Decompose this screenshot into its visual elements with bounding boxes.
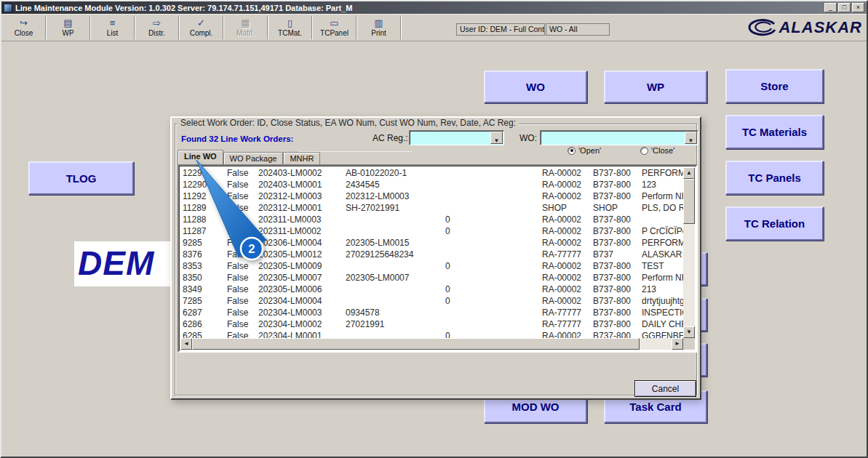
cell-reg: RA-77777 xyxy=(542,307,581,318)
cell-reg: RA-00002 xyxy=(542,260,581,272)
cell-desc: DAILY CHECK+WEEK xyxy=(642,318,683,330)
cell-cust: 202305-LM0015 xyxy=(346,237,409,249)
client-area: WO WP Store TC Materials TLOG TC Panels … xyxy=(1,41,867,457)
cell-id: 8350 xyxy=(183,272,202,284)
radio-close[interactable]: 'Close' xyxy=(640,146,674,155)
tab-mnhr[interactable]: MNHR xyxy=(283,152,320,164)
toolbar-separator xyxy=(134,16,135,39)
cell-reg: RA-00002 xyxy=(542,167,581,179)
toolbar-tcmat-button[interactable]: ▯ TCMat. xyxy=(269,15,311,40)
vertical-scroll-thumb[interactable] xyxy=(683,179,695,224)
cell-id: 8349 xyxy=(183,284,202,295)
toolbar-print-button[interactable]: ▥ Print xyxy=(358,15,399,40)
cell-id: 6286 xyxy=(183,318,202,330)
radio-close-label: 'Close' xyxy=(651,146,674,155)
cell-type: B737-800 xyxy=(593,330,631,338)
toolbar-distr-button[interactable]: ⇨ Distr. xyxy=(136,15,178,40)
cell-close: False xyxy=(227,318,248,330)
cell-reg: RA-00002 xyxy=(542,295,581,307)
table-row[interactable]: 7285False202304-LM00040RA-00002B737-800d… xyxy=(180,295,683,307)
toolbar-separator xyxy=(267,16,268,39)
cell-wo: 202304-LM0001 xyxy=(258,330,322,338)
vertical-scrollbar[interactable]: ▲ ▼ xyxy=(683,167,695,338)
table-row[interactable]: 8350False202305-LM0007202305-LM0007RA-00… xyxy=(180,272,683,284)
toolbar-separator xyxy=(400,16,402,39)
table-row[interactable]: 6287False202304-LM00030934578RA-77777B73… xyxy=(180,307,683,318)
cell-reg: SHOP xyxy=(542,202,567,214)
watermark-box: DEM xyxy=(74,241,171,286)
wo-combo[interactable]: ▼ xyxy=(540,130,698,145)
work-package-icon: ▤ xyxy=(63,18,72,28)
wo-dropdown-button[interactable]: ▼ xyxy=(685,132,697,144)
toolbar-separator xyxy=(89,16,91,39)
cell-cust: 27029125648234 xyxy=(346,249,413,260)
minimize-button[interactable]: _ xyxy=(824,3,837,12)
cell-desc: PLS, DO REP COMP xyxy=(642,202,683,214)
scroll-left-icon[interactable]: ◄ xyxy=(180,338,192,350)
wo-label: WO: xyxy=(519,133,537,143)
cell-cust: 2434545 xyxy=(346,179,380,190)
toolbar-separator xyxy=(223,16,224,39)
cell-close: False xyxy=(227,284,248,295)
window-title: Line Maintenance Module Version: 1.0.302… xyxy=(15,4,824,12)
cell-type: B737-800 xyxy=(593,179,631,190)
cancel-button[interactable]: Cancel xyxy=(634,380,696,397)
wp-button[interactable]: WP xyxy=(604,71,707,103)
toolbar-separator xyxy=(356,16,357,39)
cell-cust: 202305-LM0007 xyxy=(346,272,409,284)
ac-reg-dropdown-button[interactable]: ▼ xyxy=(490,132,503,144)
cell-type: B737-800 xyxy=(593,214,631,225)
maximize-button[interactable]: □ xyxy=(838,3,851,12)
logo-swirl-icon xyxy=(746,17,777,38)
toolbar-tcpanel-label: TCPanel xyxy=(320,29,349,37)
print-icon: ▥ xyxy=(374,18,383,28)
horizontal-scrollbar[interactable]: ◄ ► xyxy=(180,338,683,350)
cell-type: B737-800 xyxy=(593,318,631,330)
step-number: 2 xyxy=(248,242,255,256)
cell-desc: ALASKAR MAINTENA xyxy=(642,249,683,260)
ac-reg-label: AC Reg.: xyxy=(373,133,408,143)
title-bar: Line Maintenance Module Version: 1.0.302… xyxy=(1,1,867,14)
cell-rev: 0 xyxy=(445,225,450,237)
complete-icon: ✓ xyxy=(197,18,205,28)
cell-reg: RA-00002 xyxy=(542,190,581,202)
table-row[interactable]: 6286False202304-LM000227021991RA-77777B7… xyxy=(180,318,683,330)
ac-reg-combo[interactable]: ▼ xyxy=(409,130,504,145)
scroll-right-icon[interactable]: ► xyxy=(672,338,683,350)
cell-desc: 213 xyxy=(642,284,656,295)
scroll-down-icon[interactable]: ▼ xyxy=(683,326,695,338)
cell-desc: drtytjuujhtgrfdsfghjkjhgf xyxy=(642,295,683,307)
dialog-title: Select Work Order: ID, Close Status, EA … xyxy=(178,118,519,128)
store-button[interactable]: Store xyxy=(725,69,824,103)
scrollbar-corner xyxy=(683,338,695,350)
table-row[interactable]: 6285False202304-LM00010RA-00002B737-800G… xyxy=(180,330,683,338)
table-row[interactable]: 8349False202305-LM00060RA-00002B737-8002… xyxy=(180,284,683,295)
toolbar-list-label: List xyxy=(107,29,119,37)
toolbar-close-label: Close xyxy=(15,29,33,37)
toolbar-compl-button[interactable]: ✓ Compl. xyxy=(180,15,222,40)
cell-desc: GGBFNBFFNFF xyxy=(642,330,683,338)
radio-open[interactable]: 'Open' xyxy=(568,146,601,155)
tc-panels-button[interactable]: TC Panels xyxy=(725,161,824,195)
toolbar-wp-button[interactable]: ▤ WP xyxy=(47,15,89,40)
radio-open-label: 'Open' xyxy=(578,146,601,155)
wo-button[interactable]: WO xyxy=(484,71,587,103)
horizontal-scroll-thumb[interactable] xyxy=(192,338,640,350)
scroll-up-icon[interactable]: ▲ xyxy=(683,167,695,179)
cell-type: B737-800 xyxy=(593,272,631,284)
cell-cust: AB-01022020-1 xyxy=(346,167,407,179)
tc-materials-button[interactable]: TC Materials xyxy=(725,115,824,149)
cell-type: B737-800 xyxy=(593,295,631,307)
tc-relation-button[interactable]: TC Relation xyxy=(725,206,824,241)
cell-reg: RA-00002 xyxy=(542,179,581,190)
cell-type: B737-800 xyxy=(593,225,631,237)
toolbar-close-button[interactable]: ↪ Close xyxy=(3,15,44,40)
tlog-button[interactable]: TLOG xyxy=(28,161,134,195)
cell-cust: 0934578 xyxy=(346,307,380,318)
toolbar-tcpanel-button[interactable]: ▭ TCPanel xyxy=(314,15,355,40)
toolbar-separator xyxy=(45,16,47,39)
close-window-button[interactable]: × xyxy=(852,3,864,12)
toolbar-separator xyxy=(311,16,313,39)
toolbar-list-button[interactable]: ≡ List xyxy=(92,15,133,40)
toolbar-matrl-label: Matrl. xyxy=(236,29,255,37)
